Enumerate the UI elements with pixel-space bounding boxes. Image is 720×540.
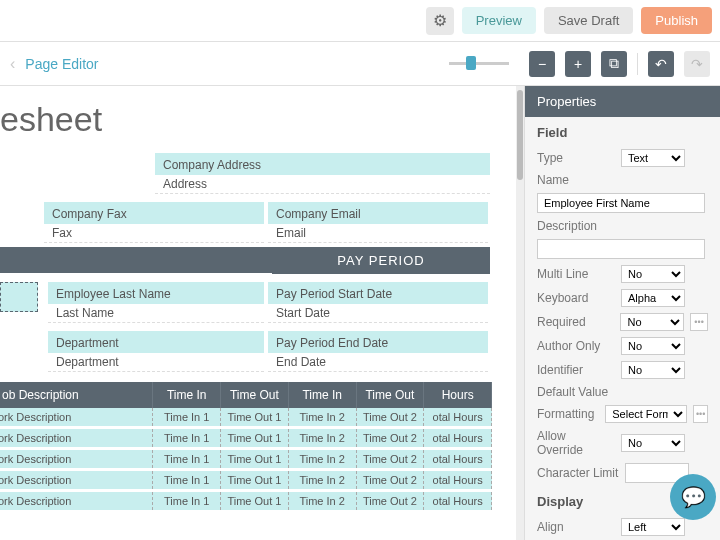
multiline-label: Multi Line	[537, 267, 615, 281]
company-address-field[interactable]: Company Address	[155, 153, 490, 175]
th-hours: Hours	[424, 382, 492, 408]
th-time-out: Time Out	[221, 382, 289, 408]
publish-button[interactable]: Publish	[641, 7, 712, 34]
charlimit-label: Character Limit	[537, 466, 619, 480]
zoom-in-button[interactable]: +	[565, 51, 591, 77]
th-time-in: Time In	[153, 382, 221, 408]
top-toolbar: ⚙ Preview Save Draft Publish	[0, 0, 720, 42]
editor-toolbar: ‹ Page Editor − + ⧉ ↶ ↷	[0, 42, 720, 86]
slider-thumb[interactable]	[466, 56, 476, 70]
company-email-value: Email	[268, 224, 488, 243]
chat-icon: 💬	[681, 485, 706, 509]
th-time-in-2: Time In	[289, 382, 357, 408]
description-input[interactable]	[537, 239, 705, 259]
preview-button[interactable]: Preview	[462, 7, 536, 34]
required-label: Required	[537, 315, 614, 329]
required-options-button[interactable]: •••	[690, 313, 708, 331]
formatting-options-button[interactable]: •••	[693, 405, 708, 423]
formatting-select[interactable]: Select Format	[605, 405, 687, 423]
chevron-left-icon: ‹	[10, 55, 15, 73]
settings-button[interactable]: ⚙	[426, 7, 454, 35]
page-editor-link[interactable]: Page Editor	[25, 56, 98, 72]
page-title: esheet	[0, 100, 524, 139]
copy-icon: ⧉	[609, 55, 619, 72]
chat-button[interactable]: 💬	[670, 474, 716, 520]
redo-button[interactable]: ↷	[684, 51, 710, 77]
table-row[interactable]: ork Description Time In 1 Time Out 1 Tim…	[0, 492, 492, 510]
employee-first-name-field[interactable]	[0, 282, 38, 312]
table-row[interactable]: ork Description Time In 1 Time Out 1 Tim…	[0, 429, 492, 447]
th-job: ob Description	[0, 382, 153, 408]
field-section-title: Field	[525, 117, 720, 146]
formatting-label: Formatting	[537, 407, 599, 421]
department-value: Department	[48, 353, 264, 372]
employee-last-name-field[interactable]: Employee Last Name	[48, 282, 264, 304]
keyboard-label: Keyboard	[537, 291, 615, 305]
author-label: Author Only	[537, 339, 615, 353]
plus-icon: +	[574, 56, 582, 72]
end-date-field[interactable]: Pay Period End Date	[268, 331, 488, 353]
company-address-value: Address	[155, 175, 490, 194]
copy-button[interactable]: ⧉	[601, 51, 627, 77]
table-row[interactable]: ork Description Time In 1 Time Out 1 Tim…	[0, 450, 492, 468]
table-header-row: ob Description Time In Time Out Time In …	[0, 382, 492, 408]
company-fax-field[interactable]: Company Fax	[44, 202, 264, 224]
redo-icon: ↷	[691, 56, 703, 72]
start-date-field[interactable]: Pay Period Start Date	[268, 282, 488, 304]
align-select[interactable]: Left	[621, 518, 685, 536]
override-select[interactable]: No	[621, 434, 685, 452]
zoom-out-button[interactable]: −	[529, 51, 555, 77]
multiline-select[interactable]: No	[621, 265, 685, 283]
required-select[interactable]: No	[620, 313, 684, 331]
gear-icon: ⚙	[433, 11, 447, 30]
section-bar-left	[0, 247, 272, 273]
align-label: Align	[537, 520, 615, 534]
author-select[interactable]: No	[621, 337, 685, 355]
time-table: ob Description Time In Time Out Time In …	[0, 382, 492, 510]
description-label: Description	[537, 219, 615, 233]
end-date-value: End Date	[268, 353, 488, 372]
type-label: Type	[537, 151, 615, 165]
table-row[interactable]: ork Description Time In 1 Time Out 1 Tim…	[0, 408, 492, 426]
undo-icon: ↶	[655, 56, 667, 72]
undo-button[interactable]: ↶	[648, 51, 674, 77]
table-row[interactable]: ork Description Time In 1 Time Out 1 Tim…	[0, 471, 492, 489]
identifier-select[interactable]: No	[621, 361, 685, 379]
properties-panel: Properties Field Type Text Name Descript…	[524, 86, 720, 540]
keyboard-select[interactable]: Alpha	[621, 289, 685, 307]
department-field[interactable]: Department	[48, 331, 264, 353]
canvas-area: esheet Company Address Address Company F…	[0, 86, 524, 540]
pay-period-header: PAY PERIOD	[272, 247, 490, 274]
zoom-slider[interactable]	[109, 62, 520, 65]
default-label: Default Value	[537, 385, 615, 399]
name-input[interactable]	[537, 193, 705, 213]
identifier-label: Identifier	[537, 363, 615, 377]
type-select[interactable]: Text	[621, 149, 685, 167]
properties-header: Properties	[525, 86, 720, 117]
company-fax-value: Fax	[44, 224, 264, 243]
divider	[637, 53, 638, 75]
override-label: Allow Override	[537, 429, 615, 457]
start-date-value: Start Date	[268, 304, 488, 323]
th-time-out-2: Time Out	[357, 382, 425, 408]
name-label: Name	[537, 173, 615, 187]
minus-icon: −	[538, 56, 546, 72]
employee-last-name-value: Last Name	[48, 304, 264, 323]
company-email-field[interactable]: Company Email	[268, 202, 488, 224]
save-draft-button[interactable]: Save Draft	[544, 7, 633, 34]
canvas-scrollbar[interactable]	[516, 86, 524, 540]
